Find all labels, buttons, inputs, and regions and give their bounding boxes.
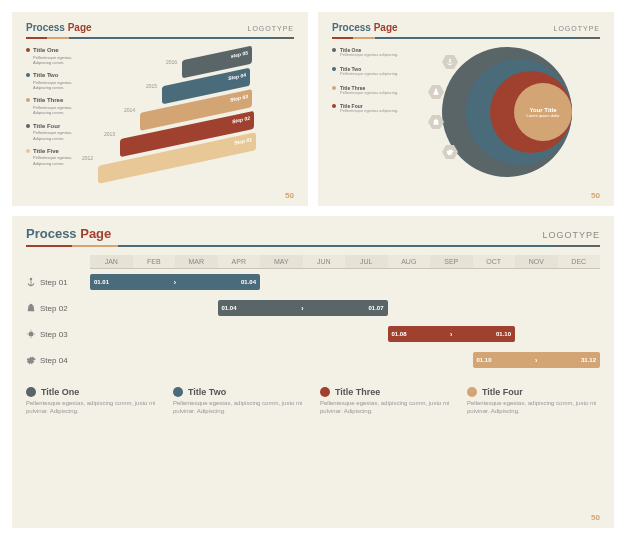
logotype: LOGOTYPE (553, 25, 600, 32)
month-col: APR (218, 255, 261, 268)
month-col: MAY (260, 255, 303, 268)
month-col: FEB (133, 255, 176, 268)
anchor-icon (442, 55, 458, 69)
legend-item: Title OnePellentesque egestas. Adipiscin… (26, 47, 84, 65)
legend-item: Title ThreePellentesque egestas. Adipisc… (26, 97, 84, 115)
legend-item: Title FourPellentesque egestas. Adipisci… (26, 123, 84, 141)
slide2-legend: Title OnePellentesque egestas adipiscing… (332, 47, 402, 187)
gantt-row: Step 02 01.04›01.07 (26, 295, 600, 321)
month-col: SEP (430, 255, 473, 268)
slide-title: Process Page (26, 226, 111, 241)
gantt-bar: 01.10›31.12 (473, 352, 601, 368)
concentric-circles: Your Title Lorem ipsum dolor (412, 47, 572, 187)
page-number: 50 (285, 191, 294, 200)
legend-item: Title TwoPellentesque egestas, adipiscin… (173, 387, 306, 416)
legend-item: Title TwoPellentesque egestas adipiscing… (332, 66, 402, 77)
legend-item: Title FourPellentesque egestas, adipisci… (467, 387, 600, 416)
month-col: JAN (90, 255, 133, 268)
month-col: OCT (473, 255, 516, 268)
slide-1: Process Page LOGOTYPE Title OnePellentes… (12, 12, 308, 206)
legend-item: Title ThreePellentesque egestas adipisci… (332, 85, 402, 96)
legend-item: Title FourPellentesque egestas adipiscin… (332, 103, 402, 114)
month-col: JUN (303, 255, 346, 268)
gantt-rows: Step 01 01.01›01.04 Step 02 01.04›01.07 … (26, 269, 600, 373)
gantt-row: Step 01 01.01›01.04 (26, 269, 600, 295)
month-col: AUG (388, 255, 431, 268)
legend-item: Title ThreePellentesque egestas, adipisc… (320, 387, 453, 416)
gantt-row: Step 04 01.10›31.12 (26, 347, 600, 373)
logotype: LOGOTYPE (247, 25, 294, 32)
gantt-bar: 01.08›01.10 (388, 326, 516, 342)
legend-item: Title OnePellentesque egestas, adipiscin… (26, 387, 159, 416)
step-icon (26, 303, 36, 313)
legend-item: Title OnePellentesque egestas adipiscing… (332, 47, 402, 58)
gantt-bar: 01.01›01.04 (90, 274, 260, 290)
month-col: DEC (558, 255, 601, 268)
step-icon (26, 277, 36, 287)
slide1-bars: step 052016Step 042015Step 032014Step 02… (92, 47, 294, 187)
slide-title: Process Page (332, 22, 398, 33)
legend-item: Title FivePellentesque egestas. Adipisci… (26, 148, 84, 166)
center-sub: Lorem ipsum dolor (526, 113, 559, 118)
gantt-months: JANFEBMARAPRMAYJUNJULAUGSEPOCTNOVDEC (90, 255, 600, 269)
svg-point-0 (29, 332, 34, 337)
legend: Title OnePellentesque egestas, adipiscin… (26, 387, 600, 416)
step-icon (26, 329, 36, 339)
slide-title: Process Page (26, 22, 92, 33)
flask-icon (428, 85, 444, 99)
legend-item: Title TwoPellentesque egestas. Adipiscin… (26, 72, 84, 90)
logotype: LOGOTYPE (542, 230, 600, 240)
page-number: 50 (591, 513, 600, 522)
slide-3-gantt: Process Page LOGOTYPE JANFEBMARAPRMAYJUN… (12, 216, 614, 528)
step-icon (26, 355, 36, 365)
month-col: NOV (515, 255, 558, 268)
month-col: JUL (345, 255, 388, 268)
month-col: MAR (175, 255, 218, 268)
gantt-bar: 01.04›01.07 (218, 300, 388, 316)
slide1-legend: Title OnePellentesque egestas. Adipiscin… (26, 47, 84, 187)
page-number: 50 (591, 191, 600, 200)
gantt-row: Step 03 01.08›01.10 (26, 321, 600, 347)
slide-2: Process Page LOGOTYPE Title OnePellentes… (318, 12, 614, 206)
